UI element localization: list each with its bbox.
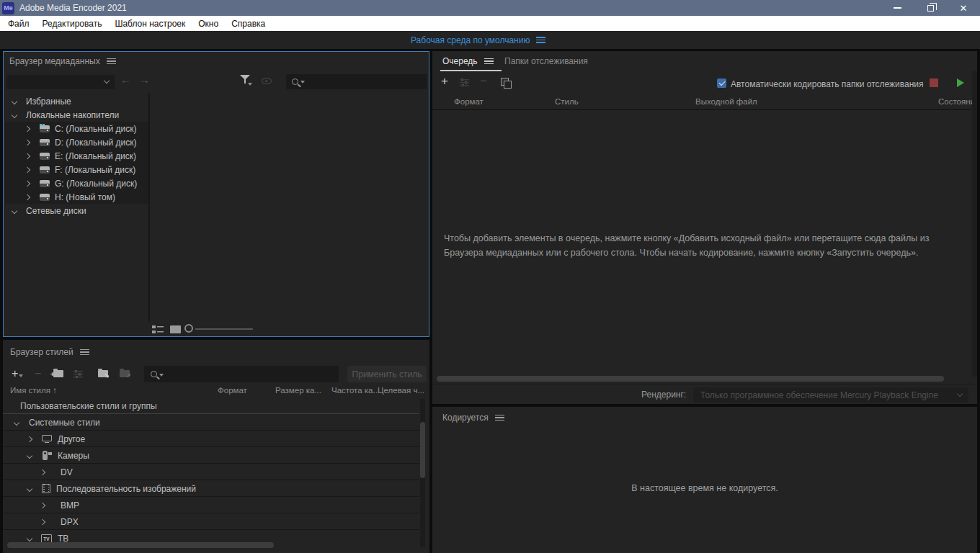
tree-item-label: Последовательность изображений xyxy=(56,484,196,494)
queue-column-header-row: Формат Стиль Выходной файл Состояни xyxy=(432,94,971,110)
tree-item-drive-c[interactable]: C: (Локальный диск) xyxy=(5,122,148,135)
tree-item-drive-h[interactable]: H: (Новый том) xyxy=(5,190,148,204)
preset-search-input[interactable] xyxy=(144,366,339,382)
search-icon xyxy=(151,371,157,377)
back-icon[interactable]: ← xyxy=(120,73,131,86)
tree-item-label: Пользовательские стили и группы xyxy=(20,401,157,411)
menu-preset[interactable]: Шаблон настроек xyxy=(108,16,192,31)
tab-watch-folders[interactable]: Папки отслеживания xyxy=(504,56,588,66)
remove-icon[interactable]: − xyxy=(480,74,487,89)
duplicate-icon[interactable] xyxy=(501,78,510,86)
media-source-dropdown[interactable] xyxy=(6,75,115,89)
tree-item-label: BMP xyxy=(61,500,79,511)
zoom-slider-track[interactable] xyxy=(195,328,253,330)
preset-row-user-presets[interactable]: Пользовательские стили и группы xyxy=(3,398,419,414)
preset-row-bmp[interactable]: BMP xyxy=(3,498,419,513)
add-output-icon[interactable] xyxy=(460,78,469,86)
drive-icon xyxy=(40,180,50,187)
tree-item-network-drives[interactable]: Сетевые диски xyxy=(4,204,148,217)
preset-row-image-sequence[interactable]: Последовательность изображений xyxy=(3,481,419,497)
forward-icon[interactable]: → xyxy=(139,73,150,86)
column-header-preset: Стиль xyxy=(555,97,579,106)
restore-button[interactable] xyxy=(914,0,947,16)
tree-item-drive-f[interactable]: F: (Локальный диск) xyxy=(5,163,148,176)
preset-row-dv[interactable]: DV xyxy=(3,464,419,480)
column-header-name[interactable]: Имя стиля ↑ xyxy=(10,386,57,395)
preset-row-system-presets[interactable]: Системные стили xyxy=(3,415,419,431)
window-title: Adobe Media Encoder 2021 xyxy=(19,3,127,13)
panel-divider[interactable] xyxy=(148,93,150,322)
import-preset-icon[interactable]: ↘ xyxy=(98,370,108,377)
ingest-icon[interactable] xyxy=(262,78,272,84)
preset-row-cameras[interactable]: Камеры xyxy=(3,448,419,464)
chevron-down-icon[interactable] xyxy=(27,536,32,541)
close-button[interactable]: ✕ xyxy=(947,0,980,16)
tree-item-favorites[interactable]: Избранные xyxy=(4,94,148,108)
new-group-icon[interactable]: + xyxy=(53,370,63,377)
tree-item-local-drives[interactable]: Локальные накопители xyxy=(4,108,148,122)
preset-horizontal-scrollbar[interactable] xyxy=(7,542,274,548)
encoding-menu-icon[interactable] xyxy=(495,413,504,423)
chevron-right-icon[interactable] xyxy=(24,125,30,131)
column-header-target: Целевая ч... xyxy=(378,386,424,395)
thumbnail-view-icon[interactable] xyxy=(170,325,181,333)
preset-row-other[interactable]: Другое xyxy=(3,431,419,447)
media-search-input[interactable] xyxy=(286,74,427,89)
menu-edit[interactable]: Редактировать xyxy=(36,16,109,31)
renderer-value: Только программное обеспечение Mercury P… xyxy=(700,390,938,400)
tree-item-label: H: (Новый том) xyxy=(55,192,115,202)
column-header-frame-rate: Частота ка... xyxy=(331,386,380,395)
chevron-right-icon[interactable] xyxy=(40,502,45,508)
preset-settings-icon[interactable] xyxy=(74,370,83,378)
chevron-down-icon[interactable] xyxy=(27,452,32,458)
workspace-menu-icon[interactable] xyxy=(536,35,545,45)
menu-file[interactable]: Файл xyxy=(1,16,36,31)
queue-vertical-scrollbar[interactable] xyxy=(972,71,977,377)
workspace-switcher[interactable]: Рабочая среда по умолчанию xyxy=(411,31,545,49)
preset-browser-menu-icon[interactable] xyxy=(80,348,89,357)
scrollbar-thumb[interactable] xyxy=(420,422,425,478)
tree-item-label: Другое xyxy=(58,434,85,444)
zoom-slider-knob[interactable] xyxy=(184,324,193,333)
minimize-button[interactable] xyxy=(881,0,914,16)
queue-menu-icon[interactable] xyxy=(484,57,494,66)
tab-queue[interactable]: Очередь xyxy=(442,56,494,66)
chevron-right-icon[interactable] xyxy=(24,139,30,145)
chevron-down-icon[interactable] xyxy=(14,419,19,425)
start-queue-button[interactable] xyxy=(957,78,964,87)
chevron-right-icon[interactable] xyxy=(24,153,30,158)
chevron-right-icon[interactable] xyxy=(24,194,30,199)
tree-item-drive-e[interactable]: E: (Локальный диск) xyxy=(5,149,148,163)
tree-item-drive-d[interactable]: D: (Локальный диск) xyxy=(5,135,148,149)
preset-row-dpx[interactable]: DPX xyxy=(3,514,419,530)
menu-window[interactable]: Окно xyxy=(192,16,225,31)
tree-item-label: DPX xyxy=(61,517,79,527)
chevron-right-icon[interactable] xyxy=(24,166,30,172)
remove-preset-icon[interactable]: − xyxy=(35,367,41,380)
media-browser-menu-icon[interactable] xyxy=(107,57,116,66)
queue-horizontal-scrollbar[interactable] xyxy=(437,376,944,382)
add-preset-icon[interactable]: + xyxy=(12,367,23,380)
chevron-right-icon[interactable] xyxy=(40,518,45,524)
chevron-down-icon[interactable] xyxy=(12,98,17,104)
stop-queue-button[interactable] xyxy=(930,78,938,87)
chevron-right-icon[interactable] xyxy=(27,436,32,441)
tree-item-label: Избранные xyxy=(26,96,71,107)
auto-encode-checkbox[interactable] xyxy=(717,78,726,88)
preset-vertical-scrollbar[interactable] xyxy=(420,399,425,547)
chevron-down-icon[interactable] xyxy=(12,207,17,213)
search-icon xyxy=(292,78,298,85)
renderer-dropdown[interactable]: Только программное обеспечение Mercury P… xyxy=(693,387,968,403)
chevron-right-icon[interactable] xyxy=(40,469,45,475)
column-header-output: Выходной файл xyxy=(695,97,757,106)
column-header-format: Формат xyxy=(454,97,484,106)
export-preset-icon[interactable]: ↗ xyxy=(120,370,130,377)
menu-help[interactable]: Справка xyxy=(225,16,272,31)
add-source-icon[interactable]: + xyxy=(441,74,448,89)
chevron-right-icon[interactable] xyxy=(24,180,30,186)
apply-preset-button[interactable]: Применить стиль xyxy=(347,366,427,382)
tree-item-drive-g[interactable]: G: (Локальный диск) xyxy=(5,176,148,190)
chevron-down-icon[interactable] xyxy=(12,112,17,117)
chevron-down-icon[interactable] xyxy=(27,485,32,491)
list-view-icon[interactable] xyxy=(152,325,164,333)
